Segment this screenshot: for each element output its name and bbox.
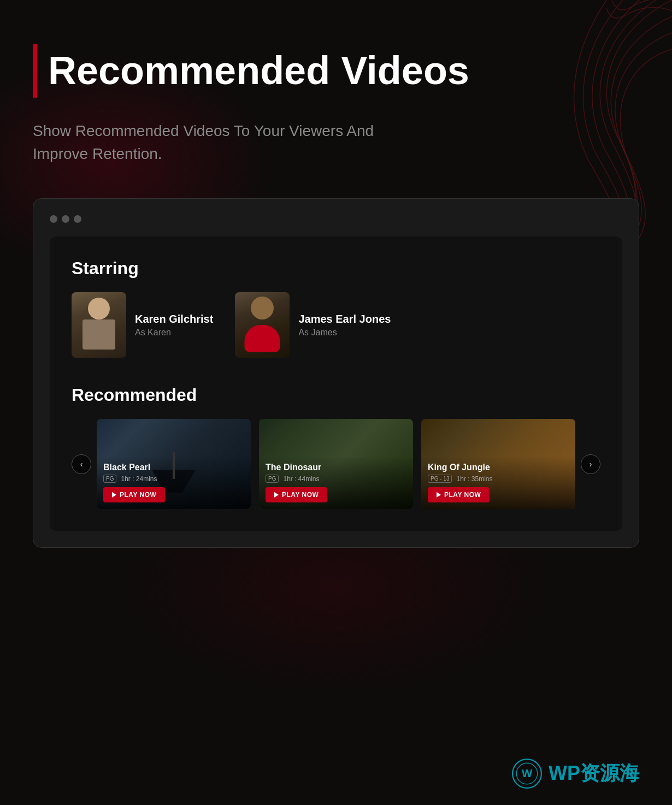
recommended-section: Recommended ‹ Black Pearl PG — [72, 385, 600, 509]
cast-photo-karen — [72, 292, 126, 358]
movie-duration-2: 1hr : 44mins — [283, 475, 319, 483]
wp-footer-text: WP资源海 — [549, 760, 639, 787]
starring-section: Starring Karen Gilchrist As Karen — [72, 258, 600, 358]
cast-photo-james — [235, 292, 290, 358]
cast-info-karen: Karen Gilchrist As Karen — [135, 313, 213, 338]
demo-container: Starring Karen Gilchrist As Karen — [33, 198, 639, 548]
recommended-title: Recommended — [72, 385, 600, 405]
starring-title: Starring — [72, 258, 600, 279]
cast-role-karen: As Karen — [135, 328, 213, 338]
movie-card-overlay-3: King Of Jungle PG - 13 1hr : 35mins PLAY… — [421, 456, 575, 509]
window-dots — [50, 215, 622, 223]
window-dot-2 — [62, 215, 69, 223]
cast-role-james: As James — [298, 328, 391, 338]
movie-title-3: King Of Jungle — [428, 463, 569, 472]
main-title: Recommended Videos — [48, 44, 469, 98]
title-block: Recommended Videos — [33, 44, 639, 98]
cast-info-james: James Earl Jones As James — [298, 313, 391, 338]
rating-badge-3: PG - 13 — [428, 475, 452, 483]
play-label-3: PLAY NOW — [444, 491, 481, 499]
movie-card-king-jungle: King Of Jungle PG - 13 1hr : 35mins PLAY… — [421, 419, 575, 509]
play-button-2[interactable]: PLAY NOW — [266, 487, 327, 502]
movie-card-overlay-2: The Dinosaur PG 1hr : 44mins PLAY NOW — [259, 456, 413, 509]
play-icon-1 — [112, 492, 116, 498]
movie-duration-3: 1hr : 35mins — [456, 475, 492, 483]
wp-logo-icon: W — [512, 759, 542, 789]
content-wrapper: Recommended Videos Show Recommended Vide… — [0, 0, 672, 591]
wp-footer: W WP资源海 — [512, 759, 639, 789]
movie-title-1: Black Pearl — [103, 463, 244, 472]
cast-list: Karen Gilchrist As Karen James Earl Jone… — [72, 292, 600, 358]
inner-panel: Starring Karen Gilchrist As Karen — [50, 236, 622, 531]
movie-duration-1: 1hr : 24mins — [121, 475, 157, 483]
play-button-3[interactable]: PLAY NOW — [428, 487, 490, 502]
window-dot-1 — [50, 215, 57, 223]
svg-text:W: W — [522, 767, 533, 779]
rating-badge-1: PG — [103, 475, 116, 483]
movie-meta-2: PG 1hr : 44mins — [266, 475, 406, 483]
movie-card-black-pearl: Black Pearl PG 1hr : 24mins PLAY NOW — [97, 419, 251, 509]
movie-title-2: The Dinosaur — [266, 463, 406, 472]
play-icon-2 — [274, 492, 279, 498]
cast-item-james: James Earl Jones As James — [235, 292, 391, 358]
subtitle: Show Recommended Videos To Your Viewers … — [33, 120, 415, 165]
window-dot-3 — [74, 215, 81, 223]
rating-badge-2: PG — [266, 475, 279, 483]
play-icon-3 — [437, 492, 441, 498]
play-label-2: PLAY NOW — [282, 491, 319, 499]
header-section: Recommended Videos Show Recommended Vide… — [33, 44, 639, 165]
movie-card-dinosaur: The Dinosaur PG 1hr : 44mins PLAY NOW — [259, 419, 413, 509]
cast-item-karen: Karen Gilchrist As Karen — [72, 292, 213, 358]
cast-name-karen: Karen Gilchrist — [135, 313, 213, 325]
cast-name-james: James Earl Jones — [298, 313, 391, 325]
carousel-arrow-right[interactable]: › — [581, 454, 600, 474]
play-button-1[interactable]: PLAY NOW — [103, 487, 165, 502]
chevron-left-icon: ‹ — [80, 460, 83, 469]
recommended-carousel: ‹ Black Pearl PG 1hr : 24mins — [72, 419, 600, 509]
movie-meta-1: PG 1hr : 24mins — [103, 475, 244, 483]
movie-card-overlay-1: Black Pearl PG 1hr : 24mins PLAY NOW — [97, 456, 251, 509]
play-label-1: PLAY NOW — [120, 491, 156, 499]
movie-meta-3: PG - 13 1hr : 35mins — [428, 475, 569, 483]
movie-cards: Black Pearl PG 1hr : 24mins PLAY NOW — [97, 419, 575, 509]
chevron-right-icon: › — [590, 460, 592, 469]
title-accent-bar — [33, 44, 37, 98]
carousel-arrow-left[interactable]: ‹ — [72, 454, 91, 474]
